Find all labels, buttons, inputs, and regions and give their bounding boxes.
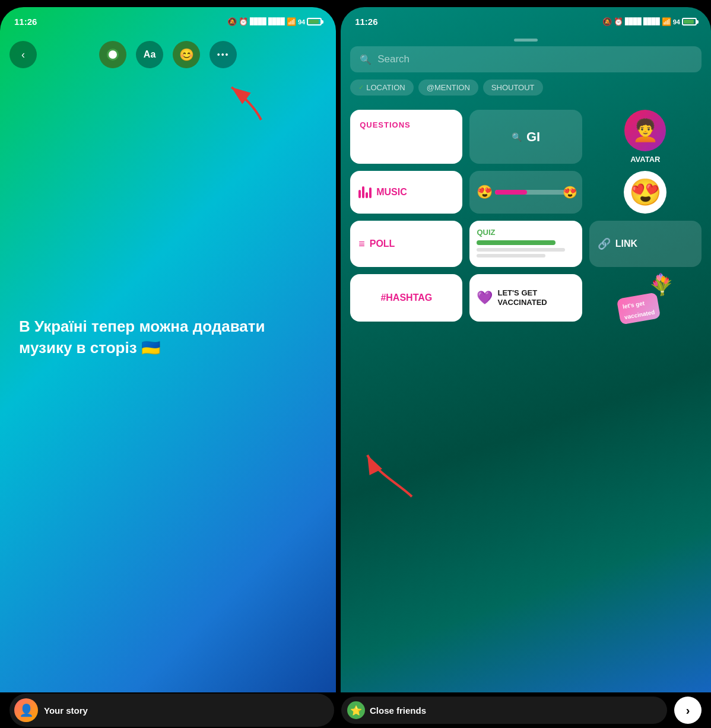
filter-mention[interactable]: @MENTION	[418, 80, 478, 96]
close-friends-icon: ⭐	[347, 701, 365, 719]
gif-label: GI	[526, 129, 540, 145]
text-icon: Aa	[144, 49, 155, 60]
signal2-icon: ▊▊▊▊	[268, 18, 285, 26]
story-text: В Україні тепер можна додавати музику в …	[19, 316, 317, 359]
your-story-label: Your story	[44, 705, 88, 716]
search-gif-icon: 🔍	[512, 132, 522, 142]
right-status-icons: 🔕 ⏰ ▊▊▊▊ ▊▊▊▊ 📶 94	[602, 17, 697, 26]
sticker-hashtag[interactable]: #HASHTAG	[350, 274, 462, 322]
battery-percent: 94	[298, 18, 305, 26]
mute-icon: 🔕	[227, 17, 237, 26]
vacc-sticker-label: let's getvaccinated	[622, 300, 655, 320]
search-input[interactable]	[377, 53, 692, 65]
filter-location-label: LOCATION	[366, 83, 405, 92]
right-wifi-icon: 📶	[662, 17, 671, 26]
right-mute-icon: 🔕	[602, 17, 612, 26]
bottom-bar: 👤 Your story ⭐ Close friends ›	[0, 692, 711, 728]
music-label: MUSIC	[376, 187, 407, 198]
arrow-indicator-bottom	[364, 449, 424, 503]
filter-mention-label: @MENTION	[427, 83, 470, 92]
arrow-indicator-top	[226, 78, 273, 126]
left-time: 11:26	[14, 17, 37, 27]
left-panel: 11:26 🔕 ⏰ ▊▊▊▊ ▊▊▊▊ 📶 94 ‹ Aa	[0, 7, 336, 692]
sticker-grid: QUESTIONS 🔍 GI 🧑‍🦱 AVATAR MUSIC	[341, 105, 711, 326]
sticker-icon: 😊	[179, 47, 194, 62]
hashtag-label: #HASHTAG	[380, 293, 432, 303]
right-time: 11:26	[355, 17, 377, 27]
sticker-avatar[interactable]: 🧑‍🦱 AVATAR	[589, 110, 702, 164]
signal1-icon: ▊▊▊▊	[250, 18, 266, 26]
quiz-bar-sm2	[477, 254, 545, 257]
sticker-poll[interactable]: ≡ POLL	[350, 221, 462, 267]
sticker-emoji-slider[interactable]: 😍 😍	[469, 171, 582, 214]
wifi-icon: 📶	[287, 17, 296, 26]
check-icon: ✓	[358, 84, 364, 91]
story-avatar: 👤	[14, 698, 38, 722]
quiz-bar-sm1	[477, 248, 565, 252]
questions-label: QUESTIONS	[360, 120, 411, 129]
sheet-handle	[514, 39, 538, 42]
sticker-gif[interactable]: 🔍 GI	[469, 110, 582, 164]
right-signal2-icon: ▊▊▊▊	[643, 18, 660, 26]
circle-button[interactable]	[99, 41, 126, 68]
battery-icon	[307, 18, 322, 26]
right-battery-icon	[682, 18, 697, 26]
filter-row: ✓ LOCATION @MENTION SHOUTOUT	[341, 80, 711, 105]
text-button[interactable]: Aa	[136, 41, 163, 68]
left-status-bar: 11:26 🔕 ⏰ ▊▊▊▊ ▊▊▊▊ 📶 94	[0, 7, 336, 31]
filter-shoutout-label: SHOUTOUT	[491, 83, 535, 92]
poll-icon: ≡	[358, 238, 365, 250]
vacc-heart-icon: 💜	[477, 290, 493, 306]
right-alarm-icon: ⏰	[614, 17, 623, 26]
quiz-bar	[477, 240, 555, 245]
search-bar[interactable]: 🔍	[350, 46, 702, 72]
back-button[interactable]: ‹	[9, 41, 37, 68]
filter-location[interactable]: ✓ LOCATION	[350, 80, 414, 96]
left-status-icons: 🔕 ⏰ ▊▊▊▊ ▊▊▊▊ 📶 94	[227, 17, 322, 26]
music-bars-icon	[358, 186, 372, 198]
next-button[interactable]: ›	[674, 697, 702, 724]
alarm-icon: ⏰	[239, 17, 248, 26]
sticker-link[interactable]: 🔗 LINK	[589, 221, 702, 267]
right-status-bar: 11:26 🔕 ⏰ ▊▊▊▊ ▊▊▊▊ 📶 94	[341, 7, 711, 31]
slider-emoji: 😍	[477, 185, 493, 200]
sticker-quiz[interactable]: QUIZ	[469, 221, 582, 267]
next-icon: ›	[686, 704, 690, 717]
right-battery-percent: 94	[673, 18, 680, 26]
sticker-heart-eyes[interactable]: 😍	[589, 171, 702, 214]
filter-shoutout[interactable]: SHOUTOUT	[483, 80, 543, 96]
poll-label: POLL	[370, 239, 395, 249]
more-icon: •••	[217, 50, 230, 59]
close-friends-button[interactable]: ⭐ Close friends	[341, 697, 667, 724]
your-story-button[interactable]: 👤 Your story	[9, 694, 334, 727]
more-button[interactable]: •••	[210, 41, 237, 68]
sticker-button[interactable]: 😊	[173, 41, 200, 68]
link-icon: 🔗	[598, 237, 611, 250]
sticker-vaccinated[interactable]: 💜 LET'S GETVACCINATED	[469, 274, 582, 322]
sticker-music[interactable]: MUSIC	[350, 171, 462, 214]
quiz-label: QUIZ	[477, 228, 574, 237]
search-icon: 🔍	[360, 54, 372, 65]
right-panel: 11:26 🔕 ⏰ ▊▊▊▊ ▊▊▊▊ 📶 94 🔍 ✓	[341, 7, 711, 692]
close-friends-label: Close friends	[370, 705, 426, 716]
vaccinated-label: LET'S GETVACCINATED	[497, 288, 547, 307]
avatar-image: 🧑‍🦱	[624, 110, 666, 151]
link-label: LINK	[615, 239, 637, 249]
right-signal1-icon: ▊▊▊▊	[625, 18, 642, 26]
toolbar: ‹ Aa 😊 •••	[0, 31, 336, 78]
sticker-questions[interactable]: QUESTIONS	[350, 110, 462, 164]
avatar-label: AVATAR	[630, 155, 660, 164]
sticker-vacc-sticker[interactable]: 💐 let's getvaccinated	[589, 274, 702, 322]
